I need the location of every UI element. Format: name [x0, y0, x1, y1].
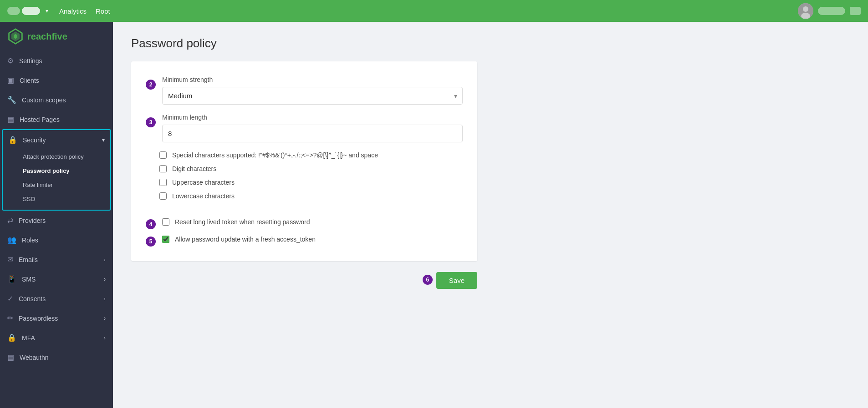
- sms-icon: 📱: [7, 275, 16, 283]
- page-title: Password policy: [131, 36, 850, 50]
- lowercase-chars-checkbox[interactable]: [159, 192, 167, 200]
- uppercase-chars-label: Uppercase characters: [172, 179, 235, 186]
- digit-chars-checkbox[interactable]: [159, 165, 167, 172]
- consents-chevron-icon: ›: [104, 296, 106, 302]
- root-link[interactable]: Root: [96, 7, 110, 15]
- sidebar-item-rate-limiter[interactable]: Rate limiter: [3, 178, 110, 192]
- allow-update-checkbox[interactable]: [162, 236, 169, 243]
- hosted-pages-icon: ▤: [7, 115, 14, 124]
- roles-icon: 👥: [7, 236, 16, 244]
- sidebar-item-providers-label: Providers: [19, 217, 46, 224]
- sidebar-item-emails[interactable]: ✉ Emails ›: [0, 250, 113, 269]
- min-length-field: Minimum length: [162, 114, 463, 142]
- providers-icon: ⇄: [7, 216, 13, 225]
- special-chars-checkbox-item[interactable]: Special characters supported: !"#$%&'()*…: [159, 151, 463, 159]
- topbar-user-pill: [818, 7, 845, 15]
- settings-icon: ⚙: [7, 56, 14, 65]
- logo-five: five: [51, 31, 67, 41]
- sidebar-item-providers[interactable]: ⇄ Providers: [0, 211, 113, 230]
- min-length-row: 3 Minimum length: [146, 114, 463, 142]
- reset-token-checkbox-item[interactable]: Reset long lived token when resetting pa…: [162, 218, 310, 226]
- sidebar-item-roles[interactable]: 👥 Roles: [0, 230, 113, 250]
- reachfive-logo-icon: [7, 28, 24, 45]
- min-strength-select-wrapper: Medium Low High ▾: [162, 87, 463, 105]
- min-strength-select[interactable]: Medium Low High: [162, 87, 463, 105]
- emails-chevron-icon: ›: [104, 257, 106, 263]
- topbar-icon-pill: [850, 7, 861, 15]
- clients-icon: ▣: [7, 76, 14, 85]
- topbar-pills: [7, 7, 40, 15]
- mfa-icon: 🔒: [7, 333, 16, 342]
- sidebar-item-sms[interactable]: 📱 SMS ›: [0, 269, 113, 289]
- min-strength-field: Minimum strength Medium Low High ▾: [162, 76, 463, 105]
- analytics-link[interactable]: Analytics: [59, 7, 87, 15]
- sidebar: reachfive ⚙ Settings ▣ Clients 🔧 Custom …: [0, 22, 113, 408]
- sidebar-item-settings-label: Settings: [19, 57, 42, 65]
- main-content: Password policy 2 Minimum strength Mediu…: [113, 22, 868, 408]
- min-length-label: Minimum length: [162, 114, 463, 121]
- badge-6: 6: [423, 275, 433, 285]
- topbar-left: ▾ Analytics Root: [7, 7, 110, 15]
- security-submenu: Attack protection policy Password policy…: [3, 150, 110, 210]
- character-checkboxes: Special characters supported: !"#$%&'()*…: [159, 151, 463, 200]
- security-icon: 🔒: [8, 136, 17, 144]
- security-section: 🔒 Security ▾ Attack protection policy Pa…: [2, 129, 111, 211]
- sidebar-item-clients[interactable]: ▣ Clients: [0, 71, 113, 90]
- sidebar-item-consents-label: Consents: [19, 295, 46, 302]
- allow-update-checkbox-item[interactable]: Allow password update with a fresh acces…: [162, 236, 316, 243]
- save-button[interactable]: Save: [436, 272, 477, 289]
- sidebar-item-clients-label: Clients: [20, 77, 39, 84]
- layout: reachfive ⚙ Settings ▣ Clients 🔧 Custom …: [0, 22, 868, 408]
- digit-chars-label: Digit characters: [172, 165, 216, 172]
- sidebar-item-security[interactable]: 🔒 Security ▾: [3, 130, 110, 150]
- pill-1: [7, 7, 20, 15]
- uppercase-chars-checkbox[interactable]: [159, 179, 167, 186]
- logo-text: reachfive: [27, 31, 67, 42]
- avatar: [798, 3, 813, 19]
- sidebar-item-security-label: Security: [23, 136, 46, 144]
- badge-5: 5: [146, 237, 156, 247]
- reset-token-checkbox[interactable]: [162, 218, 169, 226]
- sidebar-item-settings[interactable]: ⚙ Settings: [0, 51, 113, 71]
- topbar: ▾ Analytics Root: [0, 0, 868, 22]
- sidebar-item-hosted-pages[interactable]: ▤ Hosted Pages: [0, 110, 113, 129]
- sidebar-item-mfa[interactable]: 🔒 MFA ›: [0, 328, 113, 348]
- reset-token-label: Reset long lived token when resetting pa…: [175, 218, 310, 226]
- custom-scopes-icon: 🔧: [7, 96, 16, 104]
- divider: [146, 209, 463, 209]
- uppercase-chars-checkbox-item[interactable]: Uppercase characters: [159, 179, 463, 186]
- mfa-chevron-icon: ›: [104, 335, 106, 341]
- sidebar-item-passwordless[interactable]: ✏ Passwordless ›: [0, 308, 113, 328]
- allow-update-row: 5 Allow password update with a fresh acc…: [146, 236, 463, 247]
- pill-2: [22, 7, 40, 15]
- sidebar-item-sso[interactable]: SSO: [3, 192, 110, 206]
- sidebar-item-passwordless-label: Passwordless: [19, 315, 58, 322]
- special-chars-checkbox[interactable]: [159, 151, 167, 159]
- topbar-chevron-icon: ▾: [46, 8, 48, 14]
- sidebar-item-password-policy[interactable]: Password policy: [3, 164, 110, 178]
- webauthn-icon: ▤: [7, 353, 14, 362]
- badge-3-col: 3: [146, 114, 158, 127]
- security-chevron-icon: ▾: [102, 137, 105, 143]
- sidebar-item-custom-scopes[interactable]: 🔧 Custom scopes: [0, 90, 113, 110]
- allow-update-label: Allow password update with a fresh acces…: [175, 236, 316, 243]
- sidebar-item-roles-label: Roles: [22, 237, 38, 244]
- sidebar-item-emails-label: Emails: [19, 256, 38, 263]
- emails-icon: ✉: [7, 255, 13, 264]
- lowercase-chars-checkbox-item[interactable]: Lowercase characters: [159, 192, 463, 200]
- passwordless-icon: ✏: [7, 314, 13, 322]
- sidebar-item-mfa-label: MFA: [22, 334, 35, 342]
- passwordless-chevron-icon: ›: [104, 315, 106, 322]
- badge-2: 2: [146, 80, 156, 90]
- special-chars-label: Special characters supported: !"#$%&'()*…: [172, 151, 378, 159]
- sidebar-item-webauthn[interactable]: ▤ Webauthn: [0, 348, 113, 367]
- sidebar-item-consents[interactable]: ✓ Consents ›: [0, 289, 113, 308]
- sidebar-logo: reachfive: [0, 22, 113, 51]
- sidebar-item-hosted-pages-label: Hosted Pages: [20, 116, 60, 123]
- form-footer: 6 Save: [131, 272, 477, 289]
- sms-chevron-icon: ›: [104, 276, 106, 282]
- min-length-input[interactable]: [162, 125, 463, 142]
- sidebar-item-attack-protection[interactable]: Attack protection policy: [3, 150, 110, 164]
- sidebar-item-webauthn-label: Webauthn: [20, 354, 49, 361]
- digit-chars-checkbox-item[interactable]: Digit characters: [159, 165, 463, 172]
